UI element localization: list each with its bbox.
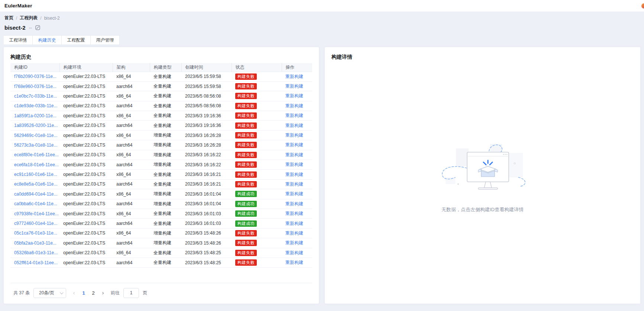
status-badge: 构建失败 <box>235 83 257 89</box>
rebuild-link[interactable]: 重新构建 <box>285 132 303 138</box>
status-badge: 构建失败 <box>235 132 257 138</box>
build-id-link[interactable]: ec8e8e5a-01e6-11e... <box>14 181 58 187</box>
build-id-link[interactable]: 052ff614-01e3-11ee... <box>14 260 58 265</box>
build-detail-panel: 构建详情 <box>325 47 640 304</box>
build-id-link[interactable]: c1de93de-033b-11e... <box>14 103 58 108</box>
build-id-link[interactable]: ece8f80e-01e6-11ee... <box>14 152 59 157</box>
build-env-cell: openEuler:22.03-LTS <box>59 91 113 101</box>
rebuild-link[interactable]: 重新构建 <box>285 221 303 226</box>
rebuild-link[interactable]: 重新构建 <box>285 152 303 157</box>
avatar[interactable] <box>641 3 644 9</box>
status-badge: 构建成功 <box>235 191 257 197</box>
table-row: 1a859f1a-0200-11e... openEuler:22.03-LTS… <box>10 111 312 121</box>
rebuild-link[interactable]: 重新构建 <box>285 74 303 79</box>
status-badge: 构建失败 <box>235 240 257 246</box>
table-row: c9772460-01e4-11e... openEuler:22.03-LTS… <box>10 219 312 228</box>
rebuild-link[interactable]: 重新构建 <box>285 211 303 216</box>
goto-page-input[interactable] <box>123 288 139 298</box>
arch-cell: aarch64 <box>113 238 150 248</box>
edit-icon[interactable] <box>35 25 40 30</box>
rebuild-link[interactable]: 重新构建 <box>285 172 303 177</box>
status-badge: 构建失败 <box>235 73 257 80</box>
rebuild-link[interactable]: 重新构建 <box>285 162 303 167</box>
rebuild-link[interactable]: 重新构建 <box>285 260 303 265</box>
build-id-link[interactable]: f768e960-0376-11e... <box>14 84 56 89</box>
created-time-cell: 2023/6/3 16:01:03 <box>181 219 232 228</box>
build-env-cell: openEuler:22.03-LTS <box>59 101 113 111</box>
build-env-cell: openEuler:22.03-LTS <box>59 179 113 189</box>
chevron-down-icon <box>60 291 64 294</box>
column-header: 创建时间 <box>181 63 232 72</box>
page-size-select[interactable]: 20条/页 <box>33 288 66 298</box>
rebuild-link[interactable]: 重新构建 <box>285 123 303 128</box>
table-row: f768e960-0376-11e... openEuler:22.03-LTS… <box>10 81 312 91</box>
arch-cell: aarch64 <box>113 101 150 111</box>
tab[interactable]: 构建历史 <box>33 35 62 45</box>
column-header: 构建ID <box>10 63 59 72</box>
status-badge: 构建失败 <box>235 142 257 148</box>
build-id-link[interactable]: c1e0bc7c-033b-11e... <box>14 94 57 99</box>
created-time-cell: 2023/6/3 16:16:21 <box>181 170 232 179</box>
column-header: 构建类型 <box>150 63 181 72</box>
goto-label: 前往 <box>111 290 120 296</box>
build-type-cell: 全量构建 <box>150 219 181 228</box>
build-id-link[interactable]: 05bfa2aa-01e3-11e... <box>14 240 56 246</box>
rebuild-link[interactable]: 重新构建 <box>285 230 303 236</box>
build-id-link[interactable]: c9772460-01e4-11e... <box>14 221 58 226</box>
next-page-button[interactable]: › <box>99 290 107 296</box>
status-badge: 构建失败 <box>235 250 257 256</box>
arch-cell: aarch64 <box>113 199 150 209</box>
build-type-cell: 全量构建 <box>150 101 181 111</box>
page-button-1[interactable]: 1 <box>80 290 88 296</box>
rebuild-link[interactable]: 重新构建 <box>285 84 303 89</box>
build-id-link[interactable]: 1a839526-0200-11e... <box>14 123 58 128</box>
build-env-cell: openEuler:22.03-LTS <box>59 258 113 267</box>
rebuild-link[interactable]: 重新构建 <box>285 191 303 196</box>
build-id-link[interactable]: 5629469c-01e8-11e... <box>14 133 58 138</box>
breadcrumb-home[interactable]: 首页 <box>4 15 13 21</box>
rebuild-link[interactable]: 重新构建 <box>285 113 303 118</box>
build-id-link[interactable]: 05326ba6-01e3-11e... <box>14 250 58 255</box>
table-row: ca0bba6c-01e4-11e... openEuler:22.03-LTS… <box>10 199 312 209</box>
prev-page-button[interactable]: ‹ <box>70 290 78 296</box>
rebuild-link[interactable]: 重新构建 <box>285 250 303 255</box>
rebuild-link[interactable]: 重新构建 <box>285 201 303 206</box>
build-id-link[interactable]: 05c1ca76-01e3-11e... <box>14 230 57 236</box>
build-id-link[interactable]: ca0bba6c-01e4-11e... <box>14 201 57 206</box>
build-id-link[interactable]: 1a859f1a-0200-11e... <box>14 113 56 118</box>
table-row: c1e0bc7c-033b-11e... openEuler:22.03-LTS… <box>10 91 312 101</box>
column-header: 构建环境 <box>59 63 113 72</box>
tab[interactable]: 用户管理 <box>91 35 120 45</box>
pagination: 共 37 条 20条/页 ‹ 1 2 › 前往 页 <box>13 288 147 298</box>
arch-cell: x86_64 <box>113 130 150 140</box>
tab[interactable]: 工程详情 <box>4 35 33 45</box>
build-id-link[interactable]: ca0dd694-01e4-11e... <box>14 191 58 197</box>
rebuild-link[interactable]: 重新构建 <box>285 142 303 147</box>
build-env-cell: openEuler:22.03-LTS <box>59 130 113 140</box>
rebuild-link[interactable]: 重新构建 <box>285 181 303 187</box>
rebuild-link[interactable]: 重新构建 <box>285 240 303 245</box>
column-header: 状态 <box>232 63 282 72</box>
breadcrumb-current: bisect-2 <box>44 16 60 21</box>
table-row: 1a839526-0200-11e... openEuler:22.03-LTS… <box>10 121 312 130</box>
build-id-link[interactable]: f76b2090-0376-11e... <box>14 74 56 79</box>
build-type-cell: 增量构建 <box>150 150 181 160</box>
rebuild-link[interactable]: 重新构建 <box>285 93 303 98</box>
build-env-cell: openEuler:22.03-LTS <box>59 219 113 228</box>
build-id-link[interactable]: ece6fa18-01e6-11ee... <box>14 162 59 167</box>
tab[interactable]: 工程配置 <box>62 35 91 45</box>
build-type-cell: 全量构建 <box>150 121 181 130</box>
build-id-link[interactable]: ec91c160-01e6-11e... <box>14 172 57 177</box>
breadcrumb-project-list[interactable]: 工程列表 <box>20 15 38 21</box>
page-button-2[interactable]: 2 <box>89 290 97 296</box>
build-id-link[interactable]: c97938fe-01e4-11ee... <box>14 211 59 216</box>
breadcrumb: 首页 / 工程列表 / bisect-2 <box>4 15 60 21</box>
build-type-cell: 全量构建 <box>150 170 181 179</box>
build-type-cell: 全量构建 <box>150 72 181 81</box>
build-type-cell: 增量构建 <box>150 228 181 238</box>
rebuild-link[interactable]: 重新构建 <box>285 103 303 108</box>
status-badge: 构建失败 <box>235 259 257 266</box>
created-time-cell: 2023/6/3 16:26:28 <box>181 140 232 150</box>
build-detail-title: 构建详情 <box>331 54 352 60</box>
build-id-link[interactable]: 56273c3a-01e8-11e... <box>14 143 58 148</box>
